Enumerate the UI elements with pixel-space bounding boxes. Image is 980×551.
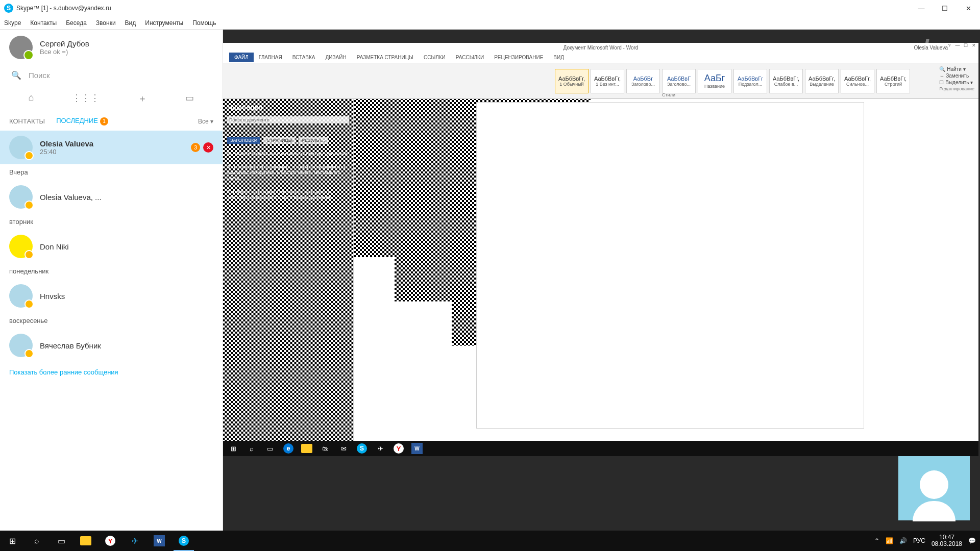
tab-contacts[interactable]: КОНТАКТЫ xyxy=(9,117,45,125)
style-emphasis[interactable]: АаБбВвГг,Выделение xyxy=(805,69,839,93)
start-button[interactable]: ⊞ xyxy=(0,531,24,551)
document-area[interactable] xyxy=(354,99,978,446)
shared-skype-icon[interactable]: S xyxy=(356,442,368,455)
word-min-icon[interactable]: — xyxy=(954,43,961,50)
ribbon-tab-file[interactable]: ФАЙЛ xyxy=(229,53,254,62)
shared-explorer-icon[interactable] xyxy=(301,442,313,455)
taskbar: ⊞ ⌕ ▭ Y ✈ W S ⌃ 📶 🔊 РУС 10:47 08.03.2018… xyxy=(0,531,980,551)
style-normal[interactable]: АаБбВвГг,1 Обычный xyxy=(555,69,589,93)
self-status: Все ok =) xyxy=(40,48,89,56)
ribbon-tab-layout[interactable]: РАЗМЕТКА СТРАНИЦЫ xyxy=(352,53,419,62)
taskview-button[interactable]: ▭ xyxy=(49,531,74,551)
menu-conversation[interactable]: Беседа xyxy=(66,19,87,27)
ribbon-tab-home[interactable]: ГЛАВНАЯ xyxy=(254,53,287,62)
ribbon-tab-design[interactable]: ДИЗАЙН xyxy=(321,53,352,62)
menu-calls[interactable]: Звонки xyxy=(96,19,116,27)
titlebar: S Skype™ [1] - s.dubovv@yandex.ru — ☐ ✕ xyxy=(0,0,980,16)
ribbon-tab-view[interactable]: ВИД xyxy=(548,53,569,62)
nav-tab-pages[interactable]: СТРАНИЦЫ xyxy=(263,137,296,144)
contact-active[interactable]: Olesia Valueva 25:40 3 ✕ xyxy=(0,131,223,164)
telegram-button[interactable]: ✈ xyxy=(122,531,147,551)
document-page xyxy=(476,102,864,429)
styles-label: Стили xyxy=(662,92,675,97)
styles-gallery[interactable]: АаБбВвГг,1 Обычный АаБбВвГг,1 Без инт...… xyxy=(555,69,910,93)
yandex-button[interactable]: Y xyxy=(98,531,122,551)
nav-tab-results[interactable]: РЕЗУЛЬТ... xyxy=(299,137,328,144)
profile-row[interactable]: Сергей Дубов Все ok =) xyxy=(0,30,223,65)
style-subtitle[interactable]: АаБбВвГгПодзагол... xyxy=(733,69,767,93)
hangup-icon[interactable]: ✕ xyxy=(203,142,213,153)
style-heading2[interactable]: АаБбВвГЗаголово... xyxy=(662,69,696,93)
menu-contacts[interactable]: Контакты xyxy=(30,19,57,27)
section-monday: понедельник xyxy=(0,263,223,279)
explorer-button[interactable] xyxy=(74,531,98,551)
window-title: Skype™ [1] - s.dubovv@yandex.ru xyxy=(16,5,111,12)
list-item[interactable]: Olesia Valueva, ... xyxy=(0,180,223,214)
section-tuesday: вторник xyxy=(0,214,223,230)
close-button[interactable]: ✕ xyxy=(957,0,980,16)
filter-button[interactable]: Все ▾ xyxy=(198,118,213,125)
search-button[interactable]: ⌕ xyxy=(24,531,49,551)
shared-taskview-icon[interactable]: ▭ xyxy=(264,442,276,455)
ribbon-tab-references[interactable]: ССЫЛКИ xyxy=(419,53,451,62)
tab-recent[interactable]: ПОСЛЕДНИЕ1 xyxy=(56,117,108,126)
word-close-icon[interactable]: ✕ xyxy=(970,43,977,50)
select-button[interactable]: ☐ Выделить ▾ xyxy=(939,80,974,85)
word-help-icon[interactable]: ? xyxy=(946,43,953,50)
shared-search-icon[interactable]: ⌕ xyxy=(246,442,258,455)
list-item[interactable]: Hnvsks xyxy=(0,279,223,313)
tray-volume-icon[interactable]: 🔊 xyxy=(899,537,907,544)
navigation-pane: Навигация Поиск в документе ЗАГОЛОВКИ СТ… xyxy=(223,99,354,446)
contact-list: Olesia Valueva 25:40 3 ✕ Вчера Olesia Va… xyxy=(0,131,223,531)
shared-yandex-icon[interactable]: Y xyxy=(393,442,405,455)
search-row[interactable]: 🔍 Поиск xyxy=(0,65,223,85)
nav-tab-headings[interactable]: ЗАГОЛОВКИ xyxy=(227,137,260,144)
word-restore-icon[interactable]: ☐ xyxy=(962,43,969,50)
style-nospacing[interactable]: АаБбВвГг,1 Без инт... xyxy=(591,69,624,93)
show-more-link[interactable]: Показать более ранние сообщения xyxy=(0,362,223,382)
group-icon[interactable]: ▭ xyxy=(185,92,194,105)
menubar: Skype Контакты Беседа Звонки Вид Инструм… xyxy=(0,16,980,30)
menu-skype[interactable]: Skype xyxy=(4,19,21,27)
tray-clock[interactable]: 10:47 08.03.2018 xyxy=(932,534,962,547)
dialpad-icon[interactable]: ⋮⋮⋮ xyxy=(72,92,100,105)
minimize-button[interactable]: — xyxy=(910,0,933,16)
home-icon[interactable]: ⌂ xyxy=(29,92,34,105)
style-strong[interactable]: АаБбВвГг,Строгий xyxy=(876,69,910,93)
style-heading1[interactable]: АаБбВгЗаголово... xyxy=(626,69,660,93)
ribbon-tab-mailings[interactable]: РАССЫЛКИ xyxy=(451,53,489,62)
style-subtle[interactable]: АаБбВвГг,Слабое в... xyxy=(769,69,803,93)
search-placeholder: Поиск xyxy=(29,71,50,80)
list-item[interactable]: Don Niki xyxy=(0,230,223,263)
list-item[interactable]: Вячеслав Бубник xyxy=(0,329,223,362)
ribbon-tab-insert[interactable]: ВСТАВКА xyxy=(287,53,321,62)
tray-chevron-icon[interactable]: ⌃ xyxy=(874,537,879,544)
find-button[interactable]: 🔍 Найти ▾ xyxy=(939,66,974,72)
menu-help[interactable]: Помощь xyxy=(192,19,216,27)
search-icon: 🔍 xyxy=(11,70,21,80)
maximize-button[interactable]: ☐ xyxy=(933,0,957,16)
shared-telegram-icon[interactable]: ✈ xyxy=(374,442,386,455)
word-button[interactable]: W xyxy=(147,531,172,551)
style-intense[interactable]: АаБбВвГг,Сильное... xyxy=(841,69,874,93)
add-contact-icon[interactable]: ＋ xyxy=(138,92,147,105)
tray-notifications-icon[interactable]: 💬 xyxy=(968,537,976,544)
menu-tools[interactable]: Инструменты xyxy=(145,19,183,27)
shared-start-icon[interactable]: ⊞ xyxy=(227,442,239,455)
menu-view[interactable]: Вид xyxy=(125,19,136,27)
unread-badge: 3 xyxy=(191,143,200,152)
replace-button[interactable]: ↔ Заменить xyxy=(939,73,974,79)
tray-lang[interactable]: РУС xyxy=(913,537,925,544)
ribbon-tab-review[interactable]: РЕЦЕНЗИРОВАНИЕ xyxy=(489,53,548,62)
silhouette-icon xyxy=(920,470,948,499)
style-title[interactable]: АаБгНазвание xyxy=(698,69,731,93)
shared-edge-icon[interactable]: e xyxy=(282,442,295,455)
tray-wifi-icon[interactable]: 📶 xyxy=(886,537,893,544)
nav-search[interactable]: Поиск в документе xyxy=(227,116,349,123)
shared-store-icon[interactable]: 🛍 xyxy=(319,442,331,455)
shared-word-icon[interactable]: W xyxy=(411,442,423,455)
skype-button[interactable]: S xyxy=(172,531,196,551)
screenshare-area: skype Документ Microsoft Word - Word Ole… xyxy=(223,30,980,531)
shared-mail-icon[interactable]: ✉ xyxy=(337,442,350,455)
call-self-preview[interactable] xyxy=(898,449,970,520)
